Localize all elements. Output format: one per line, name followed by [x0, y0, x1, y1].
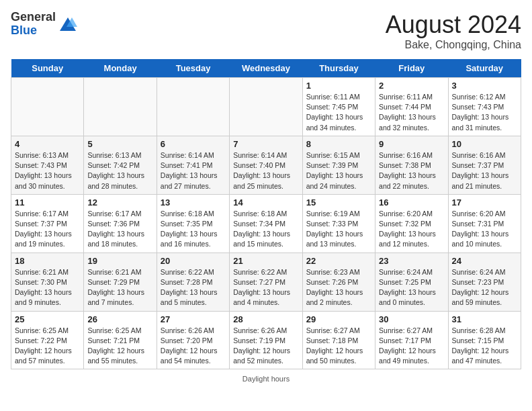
daylight-label: Daylight hours: [242, 375, 290, 383]
day-of-week-header: Friday: [375, 59, 448, 78]
calendar-day-cell: 2Sunrise: 6:11 AM Sunset: 7:44 PM Daylig…: [375, 78, 448, 136]
day-info: Sunrise: 6:11 AM Sunset: 7:44 PM Dayligh…: [379, 92, 444, 133]
day-number: 30: [379, 314, 444, 324]
day-number: 10: [452, 139, 517, 149]
day-number: 21: [233, 256, 298, 266]
day-of-week-header: Tuesday: [157, 59, 229, 78]
day-number: 27: [161, 314, 226, 324]
day-number: 3: [452, 81, 517, 91]
day-of-week-header: Wednesday: [230, 59, 302, 78]
day-info: Sunrise: 6:25 AM Sunset: 7:21 PM Dayligh…: [87, 326, 152, 367]
calendar-day-cell: 24Sunrise: 6:24 AM Sunset: 7:23 PM Dayli…: [448, 253, 521, 311]
calendar-header-row: SundayMondayTuesdayWednesdayThursdayFrid…: [11, 59, 521, 78]
calendar-day-cell: 22Sunrise: 6:23 AM Sunset: 7:26 PM Dayli…: [302, 253, 375, 311]
day-of-week-header: Thursday: [302, 59, 375, 78]
day-info: Sunrise: 6:18 AM Sunset: 7:34 PM Dayligh…: [233, 209, 298, 250]
calendar-day-cell: 10Sunrise: 6:16 AM Sunset: 7:37 PM Dayli…: [448, 136, 521, 194]
day-number: 17: [452, 197, 517, 208]
calendar-day-cell: 9Sunrise: 6:16 AM Sunset: 7:38 PM Daylig…: [375, 136, 448, 194]
calendar-week-row: 1Sunrise: 6:11 AM Sunset: 7:45 PM Daylig…: [11, 78, 521, 136]
logo: General Blue: [11, 11, 77, 38]
day-number: 23: [379, 256, 444, 266]
day-info: Sunrise: 6:19 AM Sunset: 7:33 PM Dayligh…: [306, 209, 371, 250]
calendar-day-cell: 27Sunrise: 6:26 AM Sunset: 7:20 PM Dayli…: [157, 311, 229, 369]
calendar-day-cell: [230, 78, 302, 136]
day-info: Sunrise: 6:23 AM Sunset: 7:26 PM Dayligh…: [306, 267, 371, 308]
day-number: 20: [161, 256, 226, 266]
calendar-table: SundayMondayTuesdayWednesdayThursdayFrid…: [11, 59, 521, 369]
day-number: 11: [15, 197, 80, 208]
day-info: Sunrise: 6:17 AM Sunset: 7:37 PM Dayligh…: [15, 209, 80, 250]
day-info: Sunrise: 6:24 AM Sunset: 7:25 PM Dayligh…: [379, 267, 444, 308]
calendar-day-cell: [157, 78, 229, 136]
day-info: Sunrise: 6:13 AM Sunset: 7:42 PM Dayligh…: [87, 150, 152, 191]
day-number: 9: [379, 139, 444, 149]
footer: Daylight hours: [11, 375, 521, 383]
day-info: Sunrise: 6:24 AM Sunset: 7:23 PM Dayligh…: [452, 267, 517, 308]
day-info: Sunrise: 6:16 AM Sunset: 7:37 PM Dayligh…: [452, 150, 517, 191]
calendar-week-row: 11Sunrise: 6:17 AM Sunset: 7:37 PM Dayli…: [11, 194, 521, 253]
calendar-day-cell: 13Sunrise: 6:18 AM Sunset: 7:35 PM Dayli…: [157, 194, 229, 253]
calendar-day-cell: 11Sunrise: 6:17 AM Sunset: 7:37 PM Dayli…: [11, 194, 84, 253]
day-number: 25: [15, 314, 80, 324]
calendar-day-cell: 15Sunrise: 6:19 AM Sunset: 7:33 PM Dayli…: [302, 194, 375, 253]
day-info: Sunrise: 6:21 AM Sunset: 7:30 PM Dayligh…: [15, 267, 80, 308]
day-of-week-header: Monday: [84, 59, 157, 78]
day-number: 19: [87, 256, 152, 266]
logo-general-text: General: [11, 10, 56, 24]
day-info: Sunrise: 6:18 AM Sunset: 7:35 PM Dayligh…: [161, 209, 226, 250]
day-info: Sunrise: 6:22 AM Sunset: 7:27 PM Dayligh…: [233, 267, 298, 308]
calendar-day-cell: 14Sunrise: 6:18 AM Sunset: 7:34 PM Dayli…: [230, 194, 302, 253]
calendar-day-cell: 16Sunrise: 6:20 AM Sunset: 7:32 PM Dayli…: [375, 194, 448, 253]
day-number: 29: [306, 314, 371, 324]
calendar-day-cell: 1Sunrise: 6:11 AM Sunset: 7:45 PM Daylig…: [302, 78, 375, 136]
day-info: Sunrise: 6:11 AM Sunset: 7:45 PM Dayligh…: [306, 92, 371, 133]
page-header: General Blue August 2024 Bake, Chongqing…: [11, 11, 521, 51]
day-number: 2: [379, 81, 444, 91]
calendar-day-cell: 30Sunrise: 6:27 AM Sunset: 7:17 PM Dayli…: [375, 311, 448, 369]
day-info: Sunrise: 6:13 AM Sunset: 7:43 PM Dayligh…: [15, 150, 80, 191]
day-number: 4: [15, 139, 80, 149]
calendar-day-cell: 19Sunrise: 6:21 AM Sunset: 7:29 PM Dayli…: [84, 253, 157, 311]
calendar-day-cell: 4Sunrise: 6:13 AM Sunset: 7:43 PM Daylig…: [11, 136, 84, 194]
day-info: Sunrise: 6:20 AM Sunset: 7:32 PM Dayligh…: [379, 209, 444, 250]
calendar-day-cell: 8Sunrise: 6:15 AM Sunset: 7:39 PM Daylig…: [302, 136, 375, 194]
day-number: 18: [15, 256, 80, 266]
day-info: Sunrise: 6:16 AM Sunset: 7:38 PM Dayligh…: [379, 150, 444, 191]
day-info: Sunrise: 6:26 AM Sunset: 7:20 PM Dayligh…: [161, 326, 226, 367]
day-number: 26: [87, 314, 152, 324]
day-of-week-header: Saturday: [448, 59, 521, 78]
calendar-day-cell: 20Sunrise: 6:22 AM Sunset: 7:28 PM Dayli…: [157, 253, 229, 311]
calendar-week-row: 4Sunrise: 6:13 AM Sunset: 7:43 PM Daylig…: [11, 136, 521, 194]
day-number: 1: [306, 81, 371, 91]
day-number: 13: [161, 197, 226, 208]
day-number: 8: [306, 139, 371, 149]
day-number: 28: [233, 314, 298, 324]
day-info: Sunrise: 6:22 AM Sunset: 7:28 PM Dayligh…: [161, 267, 226, 308]
calendar-day-cell: [84, 78, 157, 136]
day-info: Sunrise: 6:14 AM Sunset: 7:40 PM Dayligh…: [233, 150, 298, 191]
day-number: 7: [233, 139, 298, 149]
day-number: 31: [452, 314, 517, 324]
day-info: Sunrise: 6:28 AM Sunset: 7:15 PM Dayligh…: [452, 326, 517, 367]
calendar-day-cell: 28Sunrise: 6:26 AM Sunset: 7:19 PM Dayli…: [230, 311, 302, 369]
calendar-day-cell: 23Sunrise: 6:24 AM Sunset: 7:25 PM Dayli…: [375, 253, 448, 311]
day-number: 14: [233, 197, 298, 208]
calendar-day-cell: [11, 78, 84, 136]
logo-blue-text: Blue: [11, 24, 37, 37]
day-number: 22: [306, 256, 371, 266]
calendar-day-cell: 25Sunrise: 6:25 AM Sunset: 7:22 PM Dayli…: [11, 311, 84, 369]
calendar-day-cell: 26Sunrise: 6:25 AM Sunset: 7:21 PM Dayli…: [84, 311, 157, 369]
calendar-week-row: 25Sunrise: 6:25 AM Sunset: 7:22 PM Dayli…: [11, 311, 521, 369]
location: Bake, Chongqing, China: [386, 39, 521, 51]
calendar-day-cell: 17Sunrise: 6:20 AM Sunset: 7:31 PM Dayli…: [448, 194, 521, 253]
calendar-day-cell: 29Sunrise: 6:27 AM Sunset: 7:18 PM Dayli…: [302, 311, 375, 369]
day-number: 12: [87, 197, 152, 208]
day-number: 15: [306, 197, 371, 208]
day-info: Sunrise: 6:20 AM Sunset: 7:31 PM Dayligh…: [452, 209, 517, 250]
day-number: 5: [87, 139, 152, 149]
day-info: Sunrise: 6:12 AM Sunset: 7:43 PM Dayligh…: [452, 92, 517, 133]
day-info: Sunrise: 6:25 AM Sunset: 7:22 PM Dayligh…: [15, 326, 80, 367]
calendar-day-cell: 21Sunrise: 6:22 AM Sunset: 7:27 PM Dayli…: [230, 253, 302, 311]
day-number: 16: [379, 197, 444, 208]
